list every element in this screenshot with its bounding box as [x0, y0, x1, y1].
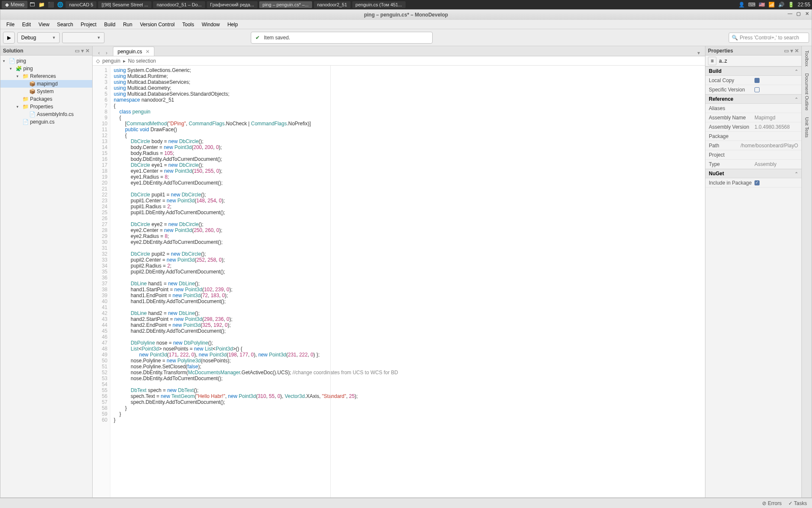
breadcrumb-file[interactable]: penguin: [102, 58, 121, 64]
minimize-button[interactable]: —: [787, 11, 793, 17]
prop-specific-version[interactable]: Specific Version: [705, 85, 801, 94]
menu-item[interactable]: Edit: [19, 21, 34, 28]
file-icon: ◇: [96, 58, 100, 64]
property-filter[interactable]: ≡ a..z: [705, 55, 801, 66]
tree-item[interactable]: 📄penguin.cs: [0, 118, 92, 126]
prop-path: Path/home/bosonbeard/PlayO: [705, 141, 801, 150]
tree-item[interactable]: 📦mapimgd: [0, 80, 92, 88]
maximize-button[interactable]: ▢: [796, 11, 801, 17]
solution-panel: Solution ▭▾✕ ▾📄ping▾🧩ping▾📁References📦ma…: [0, 46, 93, 497]
editor-tab[interactable]: penguin.cs✕: [113, 47, 154, 56]
launcher-icon[interactable]: ⬛: [47, 1, 55, 8]
taskbar-task[interactable]: ping – penguin.cs* –...: [259, 1, 312, 8]
menu-item[interactable]: Version Control: [137, 21, 178, 28]
code-editor[interactable]: 1234567891011121314151617181920212223242…: [93, 66, 705, 497]
keyboard-icon[interactable]: ⌨: [748, 2, 755, 8]
panel-title: Properties: [708, 48, 733, 54]
volume-icon[interactable]: 🔊: [778, 2, 785, 8]
menu-item[interactable]: Search: [54, 21, 77, 28]
close-button[interactable]: ✕: [804, 11, 810, 17]
tree-item[interactable]: ▾📁References: [0, 72, 92, 80]
properties-header: Properties ▭▾✕: [705, 46, 801, 55]
nav-forward-button[interactable]: ›: [103, 50, 110, 56]
tree-item[interactable]: ▾🧩ping: [0, 65, 92, 72]
tree-item[interactable]: ▾📄ping: [0, 57, 92, 65]
user-icon[interactable]: 👤: [738, 2, 745, 8]
dock-tab[interactable]: Document Outline: [804, 71, 810, 113]
errors-button[interactable]: ⊘ Errors: [762, 500, 782, 506]
launcher-icon[interactable]: 🌐: [56, 1, 64, 8]
global-search[interactable]: 🔍 Press 'Control+,' to search: [729, 33, 809, 43]
menu-item[interactable]: Build: [101, 21, 119, 28]
menu-item[interactable]: File: [3, 21, 18, 28]
menu-bar: FileEditViewSearchProjectBuildRunVersion…: [0, 20, 812, 29]
taskbar-task[interactable]: [(98] Sesame Street ...: [98, 1, 151, 8]
system-tray: 👤 ⌨ 🇺🇸 📶 🔊 🔋 22:55: [738, 2, 810, 8]
menu-item[interactable]: Help: [224, 21, 241, 28]
status-bar: ⊘ Errors ✓ Tasks: [0, 498, 812, 508]
clock-text[interactable]: 22:55: [798, 2, 810, 8]
tree-item[interactable]: ▾📁Properties: [0, 103, 92, 110]
tree-item[interactable]: 📦System: [0, 88, 92, 95]
taskbar-task[interactable]: nanodoor2_51: [314, 1, 351, 8]
panel-dock-icon[interactable]: ▭: [784, 48, 789, 54]
code-content[interactable]: using System.Collections.Generic;using M…: [110, 66, 705, 497]
prop-package: Package: [705, 132, 801, 141]
breadcrumb[interactable]: ◇ penguin ▸ No selection: [93, 56, 705, 66]
check-icon: ✔: [255, 35, 260, 41]
taskbar-task[interactable]: penguin.cs (Том 451...: [352, 1, 406, 8]
tab-menu-button[interactable]: ▾: [695, 50, 702, 56]
launcher-icon[interactable]: 🗔: [28, 1, 36, 8]
tasks-button[interactable]: ✓ Tasks: [788, 500, 807, 506]
tree-item[interactable]: 📄AssemblyInfo.cs: [0, 110, 92, 118]
editor-tab-row: ‹ › penguin.cs✕ ▾: [93, 46, 705, 56]
panel-opts-icon[interactable]: ▾: [81, 48, 84, 54]
filter-text: a..z: [719, 58, 727, 64]
prop-assembly-name: Assembly NameMapimgd: [705, 113, 801, 122]
checkbox-icon[interactable]: [754, 87, 760, 92]
panel-close-icon[interactable]: ✕: [85, 48, 90, 54]
dock-tab[interactable]: Toolbox: [804, 48, 810, 69]
launcher-icon[interactable]: 📁: [38, 1, 45, 8]
sort-icon[interactable]: ≡: [708, 57, 716, 65]
margin-guide: [330, 66, 331, 497]
window-title: ping – penguin.cs* – MonoDevelop: [364, 12, 448, 18]
editor-area: ‹ › penguin.cs✕ ▾ ◇ penguin ▸ No selecti…: [93, 46, 705, 497]
prop-include-package[interactable]: Include in Package✓: [705, 178, 801, 188]
network-icon[interactable]: 📶: [768, 2, 775, 8]
flag-icon[interactable]: 🇺🇸: [759, 2, 765, 8]
breadcrumb-selection[interactable]: No selection: [128, 58, 156, 64]
solution-tree[interactable]: ▾📄ping▾🧩ping▾📁References📦mapimgd📦System📁…: [0, 55, 92, 497]
section-nuget[interactable]: NuGet⌃: [705, 169, 801, 178]
start-menu-button[interactable]: ◆ Меню: [2, 1, 27, 8]
run-button[interactable]: ▶: [3, 32, 15, 44]
toolbar: ▶ Debug▼ ▼ ✔Item saved. 🔍 Press 'Control…: [0, 29, 812, 46]
menu-item[interactable]: Tools: [179, 21, 198, 28]
taskbar-task[interactable]: nanoCAD 5: [66, 1, 96, 8]
panel-close-icon[interactable]: ✕: [795, 48, 799, 54]
status-pill: ✔Item saved.: [251, 32, 433, 44]
config-combo[interactable]: Debug▼: [17, 32, 60, 43]
section-reference[interactable]: Reference⌃: [705, 94, 801, 104]
section-build[interactable]: Build⌃: [705, 66, 801, 76]
taskbar-task[interactable]: Графический реда...: [207, 1, 258, 8]
menu-item[interactable]: View: [35, 21, 53, 28]
target-combo[interactable]: ▼: [62, 32, 104, 43]
battery-icon[interactable]: 🔋: [788, 2, 794, 8]
panel-opts-icon[interactable]: ▾: [790, 48, 793, 54]
tree-item[interactable]: 📁Packages: [0, 95, 92, 103]
prop-aliases[interactable]: Aliases: [705, 104, 801, 113]
prop-local-copy[interactable]: Local Copy: [705, 76, 801, 85]
panel-dock-icon[interactable]: ▭: [75, 48, 80, 54]
prop-project: Project: [705, 150, 801, 160]
checkbox-icon[interactable]: ✓: [754, 180, 760, 185]
tab-close-icon[interactable]: ✕: [145, 49, 150, 55]
menu-item[interactable]: Window: [198, 21, 223, 28]
menu-item[interactable]: Run: [120, 21, 136, 28]
dock-tab[interactable]: Unit Tests: [804, 115, 810, 140]
panel-title: Solution: [3, 48, 23, 54]
taskbar-task[interactable]: nanodoor2_51 – Do...: [153, 1, 205, 8]
menu-item[interactable]: Project: [77, 21, 100, 28]
checkbox-icon[interactable]: [754, 78, 760, 83]
nav-back-button[interactable]: ‹: [95, 50, 103, 56]
